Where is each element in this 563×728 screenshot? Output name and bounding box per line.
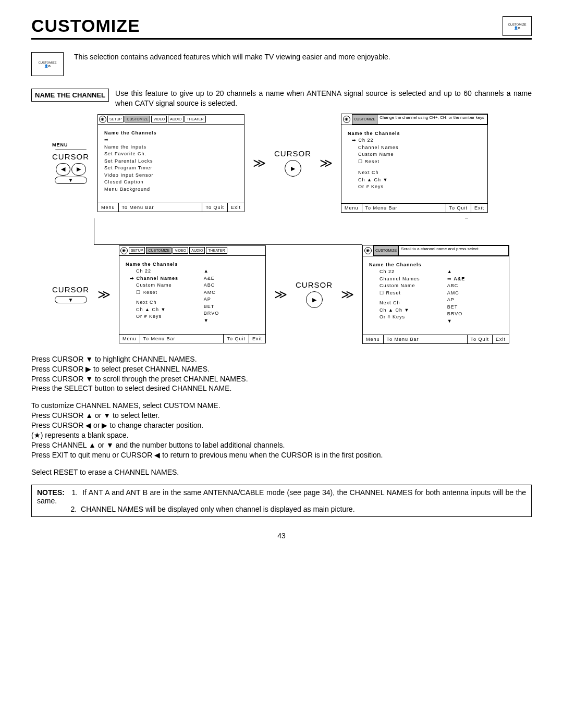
cursor-down-icon: ▼ xyxy=(55,177,87,184)
tab-video: VIDEO xyxy=(151,116,167,122)
flow-arrow-icon: ≫ xyxy=(97,287,111,302)
tab-setup: SETUP xyxy=(129,247,145,254)
cursor-pad-1: MENU CURSOR ◀ ▶ ▼ xyxy=(52,142,89,184)
tab-customize: CUSTOMIZE xyxy=(125,116,150,122)
menu-screen-4: ◉ CUSTOMIZE Scroll to a channel name and… xyxy=(362,245,509,344)
section-text: Use this feature to give up to 20 channe… xyxy=(115,89,532,108)
arrow-right-icon: ➡ xyxy=(447,276,454,281)
customize-logo-icon-2: CUSTOMIZE 👤⚙ xyxy=(31,52,64,76)
cursor-right-icon: ▶ xyxy=(285,160,301,177)
cursor-pad-2: CURSOR ▶ xyxy=(274,149,311,177)
tab-customize: CUSTOMIZE xyxy=(352,114,377,125)
eye-icon: ◉ xyxy=(343,116,350,123)
tab-audio: AUDIO xyxy=(168,116,183,122)
instructions: Press CURSOR ▼ to highlight CHANNEL NAME… xyxy=(31,354,532,477)
flow-connector xyxy=(94,218,362,245)
cursor-right-icon: ▶ xyxy=(71,163,86,176)
tab-customize: CUSTOMIZE xyxy=(146,247,172,254)
eye-icon: ◉ xyxy=(364,247,372,254)
flow-arrow-icon: ≫ xyxy=(274,287,287,302)
tab-setup: SETUP xyxy=(107,116,124,122)
page-title: CUSTOMIZE xyxy=(31,16,140,36)
flow-arrow-icon: ≫ xyxy=(320,156,333,170)
eye-icon: ◉ xyxy=(99,116,106,123)
tab-customize: CUSTOMIZE xyxy=(373,245,399,256)
page-number: 43 xyxy=(31,532,532,540)
menu-screen-2: ◉ CUSTOMIZE Change the channel using CH+… xyxy=(341,114,488,213)
intro-text: This selection contains advanced feature… xyxy=(74,52,390,62)
cursor-pad-4: CURSOR ▶ xyxy=(296,280,333,308)
tab-audio: AUDIO xyxy=(189,247,205,254)
tab-video: VIDEO xyxy=(173,247,188,254)
cursor-right-icon: ▶ xyxy=(306,291,323,308)
flow-arrow-icon: ≫ xyxy=(253,156,266,170)
cursor-pad-3: CURSOR ▼ xyxy=(52,285,89,303)
tab-theater: THEATER xyxy=(185,116,205,122)
tab-theater: THEATER xyxy=(206,247,227,254)
section-name-the-channel: NAME THE CHANNEL xyxy=(31,89,109,102)
notes-box: NOTES: 1. If ANT A and ANT B are in the … xyxy=(31,485,532,517)
cursor-down-icon: ▼ xyxy=(55,296,87,303)
eye-icon: ◉ xyxy=(120,247,128,254)
arrow-right-icon: ➡ xyxy=(104,137,109,142)
menu-screen-3: ◉ SETUP CUSTOMIZE VIDEO AUDIO THEATER Na… xyxy=(119,245,266,343)
menu-screen-1: ◉ SETUP CUSTOMIZE VIDEO AUDIO THEATER Na… xyxy=(97,114,244,212)
customize-logo-icon: CUSTOMIZE 👤⚙ xyxy=(503,16,532,36)
cursor-left-icon: ◀ xyxy=(56,163,70,176)
flow-arrow-icon: ≫ xyxy=(341,287,354,302)
